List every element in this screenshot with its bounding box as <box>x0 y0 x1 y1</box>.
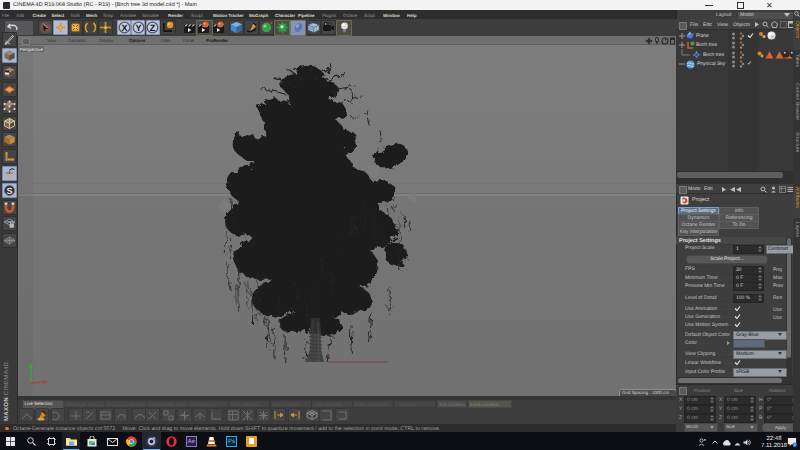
svg-text:X: X <box>121 23 127 33</box>
svg-text:22:48: 22:48 <box>766 435 782 442</box>
svg-text:7.11.2018: 7.11.2018 <box>761 442 788 449</box>
svg-text:Z: Z <box>150 23 156 33</box>
svg-text:S: S <box>6 186 12 196</box>
svg-text:Y: Y <box>135 23 141 33</box>
